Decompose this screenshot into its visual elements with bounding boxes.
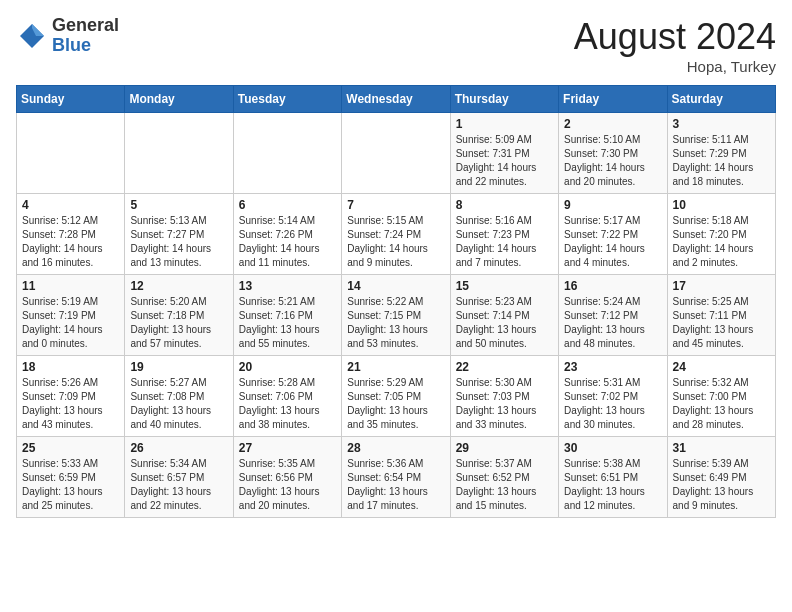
- day-info: Sunrise: 5:21 AMSunset: 7:16 PMDaylight:…: [239, 295, 336, 351]
- day-number: 13: [239, 279, 336, 293]
- day-info: Sunrise: 5:09 AMSunset: 7:31 PMDaylight:…: [456, 133, 553, 189]
- calendar-week-row: 25Sunrise: 5:33 AMSunset: 6:59 PMDayligh…: [17, 437, 776, 518]
- calendar-week-row: 4Sunrise: 5:12 AMSunset: 7:28 PMDaylight…: [17, 194, 776, 275]
- day-number: 31: [673, 441, 770, 455]
- day-number: 5: [130, 198, 227, 212]
- calendar-day-cell: 15Sunrise: 5:23 AMSunset: 7:14 PMDayligh…: [450, 275, 558, 356]
- day-info: Sunrise: 5:27 AMSunset: 7:08 PMDaylight:…: [130, 376, 227, 432]
- day-number: 9: [564, 198, 661, 212]
- calendar-day-cell: 26Sunrise: 5:34 AMSunset: 6:57 PMDayligh…: [125, 437, 233, 518]
- calendar-day-cell: 21Sunrise: 5:29 AMSunset: 7:05 PMDayligh…: [342, 356, 450, 437]
- calendar-day-cell: 3Sunrise: 5:11 AMSunset: 7:29 PMDaylight…: [667, 113, 775, 194]
- calendar-day-cell: 23Sunrise: 5:31 AMSunset: 7:02 PMDayligh…: [559, 356, 667, 437]
- day-info: Sunrise: 5:38 AMSunset: 6:51 PMDaylight:…: [564, 457, 661, 513]
- calendar-day-cell: 2Sunrise: 5:10 AMSunset: 7:30 PMDaylight…: [559, 113, 667, 194]
- day-info: Sunrise: 5:12 AMSunset: 7:28 PMDaylight:…: [22, 214, 119, 270]
- calendar-day-cell: 13Sunrise: 5:21 AMSunset: 7:16 PMDayligh…: [233, 275, 341, 356]
- day-number: 26: [130, 441, 227, 455]
- day-number: 19: [130, 360, 227, 374]
- weekday-header-cell: Monday: [125, 86, 233, 113]
- day-number: 21: [347, 360, 444, 374]
- calendar-table: SundayMondayTuesdayWednesdayThursdayFrid…: [16, 85, 776, 518]
- title-block: August 2024 Hopa, Turkey: [574, 16, 776, 75]
- weekday-header-cell: Tuesday: [233, 86, 341, 113]
- weekday-header-cell: Friday: [559, 86, 667, 113]
- day-info: Sunrise: 5:19 AMSunset: 7:19 PMDaylight:…: [22, 295, 119, 351]
- day-number: 8: [456, 198, 553, 212]
- calendar-day-cell: 9Sunrise: 5:17 AMSunset: 7:22 PMDaylight…: [559, 194, 667, 275]
- calendar-day-cell: [233, 113, 341, 194]
- calendar-day-cell: 12Sunrise: 5:20 AMSunset: 7:18 PMDayligh…: [125, 275, 233, 356]
- day-info: Sunrise: 5:35 AMSunset: 6:56 PMDaylight:…: [239, 457, 336, 513]
- day-info: Sunrise: 5:22 AMSunset: 7:15 PMDaylight:…: [347, 295, 444, 351]
- calendar-week-row: 1Sunrise: 5:09 AMSunset: 7:31 PMDaylight…: [17, 113, 776, 194]
- day-number: 23: [564, 360, 661, 374]
- day-info: Sunrise: 5:33 AMSunset: 6:59 PMDaylight:…: [22, 457, 119, 513]
- day-info: Sunrise: 5:11 AMSunset: 7:29 PMDaylight:…: [673, 133, 770, 189]
- day-number: 27: [239, 441, 336, 455]
- day-info: Sunrise: 5:24 AMSunset: 7:12 PMDaylight:…: [564, 295, 661, 351]
- calendar-day-cell: 30Sunrise: 5:38 AMSunset: 6:51 PMDayligh…: [559, 437, 667, 518]
- calendar-day-cell: 7Sunrise: 5:15 AMSunset: 7:24 PMDaylight…: [342, 194, 450, 275]
- day-number: 30: [564, 441, 661, 455]
- day-number: 6: [239, 198, 336, 212]
- day-info: Sunrise: 5:10 AMSunset: 7:30 PMDaylight:…: [564, 133, 661, 189]
- day-info: Sunrise: 5:39 AMSunset: 6:49 PMDaylight:…: [673, 457, 770, 513]
- day-number: 7: [347, 198, 444, 212]
- day-info: Sunrise: 5:32 AMSunset: 7:00 PMDaylight:…: [673, 376, 770, 432]
- day-info: Sunrise: 5:30 AMSunset: 7:03 PMDaylight:…: [456, 376, 553, 432]
- calendar-day-cell: 16Sunrise: 5:24 AMSunset: 7:12 PMDayligh…: [559, 275, 667, 356]
- day-number: 18: [22, 360, 119, 374]
- day-number: 3: [673, 117, 770, 131]
- calendar-day-cell: 29Sunrise: 5:37 AMSunset: 6:52 PMDayligh…: [450, 437, 558, 518]
- calendar-body: 1Sunrise: 5:09 AMSunset: 7:31 PMDaylight…: [17, 113, 776, 518]
- calendar-day-cell: 4Sunrise: 5:12 AMSunset: 7:28 PMDaylight…: [17, 194, 125, 275]
- weekday-header-row: SundayMondayTuesdayWednesdayThursdayFrid…: [17, 86, 776, 113]
- day-info: Sunrise: 5:34 AMSunset: 6:57 PMDaylight:…: [130, 457, 227, 513]
- day-info: Sunrise: 5:16 AMSunset: 7:23 PMDaylight:…: [456, 214, 553, 270]
- day-info: Sunrise: 5:36 AMSunset: 6:54 PMDaylight:…: [347, 457, 444, 513]
- day-number: 29: [456, 441, 553, 455]
- day-number: 4: [22, 198, 119, 212]
- calendar-day-cell: 19Sunrise: 5:27 AMSunset: 7:08 PMDayligh…: [125, 356, 233, 437]
- page-header: General Blue August 2024 Hopa, Turkey: [16, 16, 776, 75]
- day-number: 15: [456, 279, 553, 293]
- day-info: Sunrise: 5:13 AMSunset: 7:27 PMDaylight:…: [130, 214, 227, 270]
- logo-icon: [16, 20, 48, 52]
- calendar-day-cell: 20Sunrise: 5:28 AMSunset: 7:06 PMDayligh…: [233, 356, 341, 437]
- day-info: Sunrise: 5:14 AMSunset: 7:26 PMDaylight:…: [239, 214, 336, 270]
- weekday-header-cell: Thursday: [450, 86, 558, 113]
- day-info: Sunrise: 5:18 AMSunset: 7:20 PMDaylight:…: [673, 214, 770, 270]
- calendar-week-row: 11Sunrise: 5:19 AMSunset: 7:19 PMDayligh…: [17, 275, 776, 356]
- calendar-day-cell: 24Sunrise: 5:32 AMSunset: 7:00 PMDayligh…: [667, 356, 775, 437]
- day-number: 20: [239, 360, 336, 374]
- day-info: Sunrise: 5:31 AMSunset: 7:02 PMDaylight:…: [564, 376, 661, 432]
- day-number: 11: [22, 279, 119, 293]
- calendar-day-cell: 5Sunrise: 5:13 AMSunset: 7:27 PMDaylight…: [125, 194, 233, 275]
- day-number: 28: [347, 441, 444, 455]
- weekday-header-cell: Sunday: [17, 86, 125, 113]
- day-info: Sunrise: 5:15 AMSunset: 7:24 PMDaylight:…: [347, 214, 444, 270]
- day-info: Sunrise: 5:28 AMSunset: 7:06 PMDaylight:…: [239, 376, 336, 432]
- calendar-day-cell: 6Sunrise: 5:14 AMSunset: 7:26 PMDaylight…: [233, 194, 341, 275]
- day-info: Sunrise: 5:25 AMSunset: 7:11 PMDaylight:…: [673, 295, 770, 351]
- day-number: 14: [347, 279, 444, 293]
- calendar-day-cell: 1Sunrise: 5:09 AMSunset: 7:31 PMDaylight…: [450, 113, 558, 194]
- weekday-header-cell: Wednesday: [342, 86, 450, 113]
- day-number: 12: [130, 279, 227, 293]
- calendar-day-cell: 14Sunrise: 5:22 AMSunset: 7:15 PMDayligh…: [342, 275, 450, 356]
- calendar-day-cell: 18Sunrise: 5:26 AMSunset: 7:09 PMDayligh…: [17, 356, 125, 437]
- day-info: Sunrise: 5:17 AMSunset: 7:22 PMDaylight:…: [564, 214, 661, 270]
- day-info: Sunrise: 5:26 AMSunset: 7:09 PMDaylight:…: [22, 376, 119, 432]
- calendar-day-cell: [17, 113, 125, 194]
- calendar-day-cell: 25Sunrise: 5:33 AMSunset: 6:59 PMDayligh…: [17, 437, 125, 518]
- day-info: Sunrise: 5:23 AMSunset: 7:14 PMDaylight:…: [456, 295, 553, 351]
- day-info: Sunrise: 5:37 AMSunset: 6:52 PMDaylight:…: [456, 457, 553, 513]
- logo: General Blue: [16, 16, 119, 56]
- month-year-title: August 2024: [574, 16, 776, 58]
- calendar-day-cell: 28Sunrise: 5:36 AMSunset: 6:54 PMDayligh…: [342, 437, 450, 518]
- calendar-day-cell: 27Sunrise: 5:35 AMSunset: 6:56 PMDayligh…: [233, 437, 341, 518]
- calendar-day-cell: [342, 113, 450, 194]
- calendar-day-cell: 10Sunrise: 5:18 AMSunset: 7:20 PMDayligh…: [667, 194, 775, 275]
- logo-general-text: General: [52, 16, 119, 36]
